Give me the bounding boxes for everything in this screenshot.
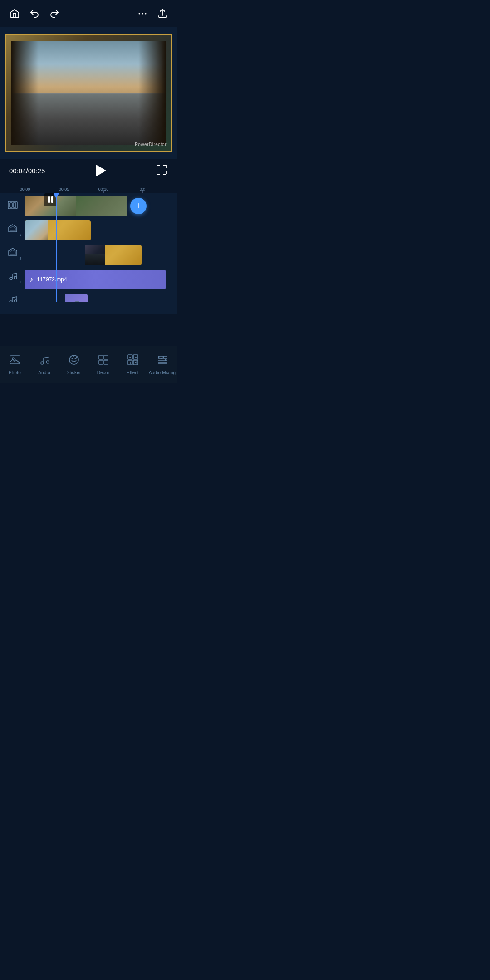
- top-bar: [0, 0, 177, 27]
- audio-2-icon: 🎵: [73, 300, 80, 302]
- track-icon-audio2: 2: [0, 288, 25, 302]
- svg-marker-7: [10, 226, 15, 231]
- time-display: 00:04/00:25: [9, 167, 45, 175]
- nav-item-audio[interactable]: Audio: [29, 350, 59, 379]
- audio-note-icon: ♪: [29, 275, 33, 284]
- play-button[interactable]: [94, 165, 106, 176]
- main-video-clip[interactable]: [25, 196, 127, 216]
- overlay2-badge: 2: [20, 256, 21, 260]
- nav-item-decor[interactable]: Decor: [88, 350, 118, 379]
- svg-point-11: [14, 276, 17, 279]
- video-trees-right: [138, 41, 166, 145]
- track-icon-audio1: 1: [0, 264, 25, 288]
- timeline-area: 00:00 00:05 00:10 00: 1: [0, 182, 177, 314]
- track-icon-overlay2: 2: [0, 240, 25, 264]
- overlay-track-2[interactable]: [25, 243, 177, 267]
- pause-bar-2: [51, 196, 53, 203]
- video-trees-left: [11, 41, 39, 145]
- timeline-ruler: 00:00 00:05 00:10 00:: [0, 182, 177, 193]
- audio-mixing-icon: [157, 354, 168, 368]
- pause-bar-1: [48, 196, 50, 203]
- audio1-badge: 1: [20, 280, 21, 284]
- redo-button[interactable]: [49, 8, 60, 19]
- home-icon: [9, 8, 20, 19]
- svg-rect-5: [13, 203, 16, 207]
- svg-point-0: [139, 13, 140, 15]
- more-button[interactable]: [137, 8, 148, 19]
- svg-point-12: [10, 301, 12, 302]
- track-icons: 1 2 1: [0, 193, 25, 302]
- nav-label-audio: Audio: [38, 370, 50, 375]
- overlay2-icon: [8, 247, 18, 257]
- nav-label-audio-mixing: Audio Mixing: [149, 370, 176, 375]
- export-button[interactable]: [157, 8, 168, 19]
- effect-icon: [127, 354, 139, 368]
- video-inner: [11, 41, 166, 145]
- decor-icon: [98, 354, 109, 368]
- audio-clip-name: 117972.mp4: [37, 276, 67, 283]
- svg-rect-14: [10, 356, 20, 364]
- play-icon: [96, 165, 106, 176]
- bottom-nav: Photo Audio Sticker: [0, 346, 177, 383]
- sticker-icon: [68, 354, 80, 368]
- top-bar-right: [137, 8, 168, 19]
- video-frame: PowerDirector: [5, 34, 172, 152]
- track-icon-overlay1: 1: [0, 217, 25, 240]
- audio-clip-2[interactable]: 🎵: [65, 294, 88, 302]
- audio-track-2[interactable]: 🎵: [25, 292, 177, 302]
- nav-item-photo[interactable]: Photo: [0, 350, 29, 379]
- overlay-clip-2-thumbnail: [85, 245, 105, 265]
- redo-icon: [49, 8, 60, 19]
- audio-clip-1[interactable]: ♪ 117972.mp4: [25, 270, 166, 289]
- more-icon: [137, 8, 148, 19]
- undo-button[interactable]: [29, 8, 40, 19]
- overlay-clip-2[interactable]: [85, 245, 142, 265]
- svg-rect-4: [10, 203, 12, 207]
- playback-controls: 00:04/00:25: [0, 159, 177, 182]
- nav-label-photo: Photo: [9, 370, 21, 375]
- audio2-icon: [8, 294, 18, 302]
- photo-icon: [9, 354, 21, 368]
- audio-track-1[interactable]: ♪ 117972.mp4: [25, 268, 177, 291]
- playhead: [56, 193, 57, 302]
- svg-point-17: [46, 361, 49, 363]
- overlay1-icon: [8, 224, 18, 234]
- overlay-clip-1[interactable]: [25, 220, 91, 240]
- home-button[interactable]: [9, 8, 20, 19]
- svg-point-13: [14, 300, 17, 302]
- nav-label-decor: Decor: [97, 370, 110, 375]
- add-icon: +: [136, 200, 142, 212]
- svg-marker-9: [10, 250, 15, 255]
- overlay1-badge: 1: [20, 233, 21, 237]
- undo-icon: [29, 8, 40, 19]
- timeline-tracks: 1 2 1: [0, 193, 177, 302]
- svg-point-2: [145, 13, 147, 15]
- fullscreen-button[interactable]: [155, 163, 168, 178]
- svg-rect-22: [104, 355, 108, 359]
- overlay-clip-1-thumbnail: [25, 220, 48, 240]
- video-watermark: PowerDirector: [135, 142, 167, 147]
- export-icon: [157, 8, 168, 19]
- svg-rect-21: [99, 355, 103, 359]
- nav-label-effect: Effect: [127, 370, 139, 375]
- nav-item-effect[interactable]: Effect: [118, 350, 147, 379]
- video-preview: PowerDirector: [0, 27, 177, 159]
- svg-rect-23: [99, 360, 103, 364]
- main-track-icon: [8, 200, 18, 210]
- main-video-track[interactable]: +: [25, 194, 177, 218]
- svg-point-16: [41, 362, 44, 364]
- nav-item-sticker[interactable]: Sticker: [59, 350, 88, 379]
- nav-item-audio-mixing[interactable]: Audio Mixing: [147, 350, 177, 379]
- add-clip-button[interactable]: +: [130, 198, 147, 214]
- audio-nav-icon: [39, 354, 50, 368]
- svg-point-10: [10, 277, 12, 280]
- audio1-icon: [8, 271, 18, 281]
- svg-point-19: [72, 358, 73, 359]
- overlay-track-1[interactable]: [25, 219, 177, 242]
- clip-segment-2: [76, 196, 127, 216]
- svg-rect-24: [104, 360, 108, 364]
- track-icon-main: [0, 193, 25, 217]
- top-bar-left: [9, 8, 60, 19]
- svg-point-1: [142, 13, 143, 15]
- fullscreen-icon: [155, 163, 168, 176]
